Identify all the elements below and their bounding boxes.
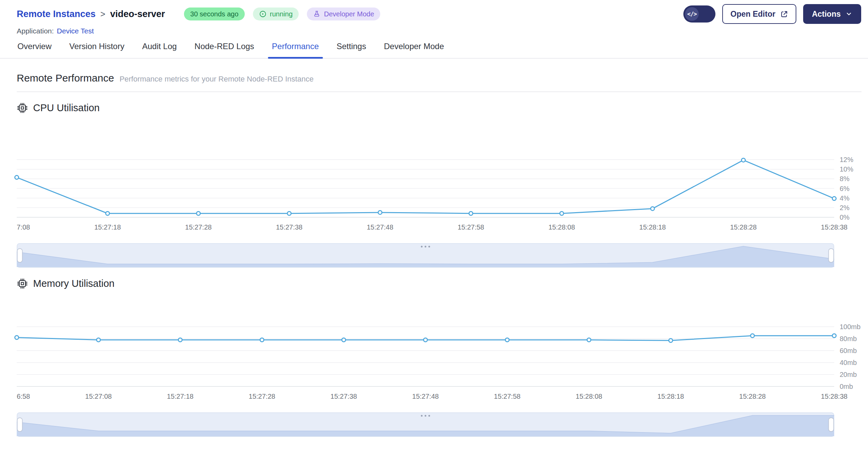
svg-text:4%: 4% xyxy=(840,194,850,202)
play-circle-icon xyxy=(259,10,267,18)
cpu-utilisation-chart[interactable]: 0%2%4%6%8%10%12%7:0815:27:1815:27:2815:2… xyxy=(17,114,862,234)
svg-text:2%: 2% xyxy=(840,204,850,211)
memory-section: Memory Utilisation 0mb20mb40mb60mb80mb10… xyxy=(17,278,862,437)
page-title-row: Remote Performance Performance metrics f… xyxy=(17,72,862,92)
status-badge: running xyxy=(253,8,299,20)
svg-text:15:27:58: 15:27:58 xyxy=(458,223,484,231)
memory-section-title: Memory Utilisation xyxy=(33,278,115,289)
tabs-nav: Overview Version History Audit Log Node-… xyxy=(0,35,868,59)
tab-version-history[interactable]: Version History xyxy=(69,39,125,58)
tab-node-red-logs[interactable]: Node-RED Logs xyxy=(194,39,255,58)
svg-text:6%: 6% xyxy=(840,185,850,192)
flask-icon xyxy=(313,10,321,18)
svg-text:80mb: 80mb xyxy=(840,335,857,342)
svg-text:15:28:08: 15:28:08 xyxy=(576,393,602,400)
memory-chart-zoom-slider[interactable] xyxy=(17,412,834,437)
svg-text:15:28:28: 15:28:28 xyxy=(730,223,757,231)
tab-settings[interactable]: Settings xyxy=(336,39,367,58)
svg-text:15:28:38: 15:28:38 xyxy=(821,223,848,231)
svg-text:15:27:58: 15:27:58 xyxy=(494,393,521,400)
svg-text:0%: 0% xyxy=(840,214,850,221)
svg-text:10%: 10% xyxy=(840,165,853,173)
svg-text:15:27:18: 15:27:18 xyxy=(167,393,194,400)
status-label: running xyxy=(270,10,293,18)
breadcrumb-separator: > xyxy=(100,9,105,19)
actions-label: Actions xyxy=(812,10,841,19)
tab-overview[interactable]: Overview xyxy=(17,39,52,58)
memory-chip-icon xyxy=(17,278,28,289)
svg-text:15:28:28: 15:28:28 xyxy=(739,393,766,400)
svg-text:100mb: 100mb xyxy=(840,323,860,331)
developer-mode-badge: Developer Mode xyxy=(307,8,380,20)
external-link-icon xyxy=(780,10,788,18)
toggle-knob: </> xyxy=(685,7,699,21)
developer-mode-label: Developer Mode xyxy=(324,10,374,18)
header-controls: </> Open Editor Actions xyxy=(683,4,861,24)
tab-audit-log[interactable]: Audit Log xyxy=(141,39,177,58)
page-subtitle: Performance metrics for your Remote Node… xyxy=(119,75,314,84)
last-seen-badge: 30 seconds ago xyxy=(184,8,244,20)
svg-text:60mb: 60mb xyxy=(840,347,857,354)
breadcrumb-link[interactable]: Remote Instances xyxy=(17,9,96,19)
svg-text:20mb: 20mb xyxy=(840,371,857,378)
memory-utilisation-chart[interactable]: 0mb20mb40mb60mb80mb100mb6:5815:27:0815:2… xyxy=(17,289,862,403)
svg-text:6:58: 6:58 xyxy=(17,393,30,400)
svg-text:8%: 8% xyxy=(840,175,850,182)
svg-text:15:28:18: 15:28:18 xyxy=(657,393,684,400)
cpu-section-title: CPU Utilisation xyxy=(33,102,100,114)
cpu-section-header: CPU Utilisation xyxy=(17,102,862,114)
tab-developer-mode[interactable]: Developer Mode xyxy=(383,39,445,58)
developer-mode-toggle[interactable]: </> xyxy=(683,5,715,23)
svg-text:40mb: 40mb xyxy=(840,359,857,366)
performance-page: Remote Performance Performance metrics f… xyxy=(0,72,868,437)
svg-text:15:27:48: 15:27:48 xyxy=(367,223,394,231)
application-row: Application: Device Test xyxy=(17,27,861,35)
actions-button[interactable]: Actions xyxy=(803,4,861,24)
svg-text:7:08: 7:08 xyxy=(17,223,30,231)
instance-name: video-server xyxy=(110,9,165,19)
svg-text:15:27:08: 15:27:08 xyxy=(85,393,112,400)
svg-text:0mb: 0mb xyxy=(840,383,853,390)
svg-text:15:27:18: 15:27:18 xyxy=(94,223,121,231)
page-title: Remote Performance xyxy=(17,72,114,84)
svg-text:15:27:48: 15:27:48 xyxy=(412,393,439,400)
status-badges: 30 seconds ago running Developer Mode xyxy=(184,8,380,20)
code-icon: </> xyxy=(687,11,697,17)
svg-text:12%: 12% xyxy=(840,156,853,163)
memory-section-header: Memory Utilisation xyxy=(17,278,862,289)
application-link[interactable]: Device Test xyxy=(57,27,94,35)
svg-text:15:27:38: 15:27:38 xyxy=(276,223,302,231)
svg-text:15:27:38: 15:27:38 xyxy=(330,393,357,400)
cpu-chip-icon xyxy=(17,102,28,114)
svg-text:15:27:28: 15:27:28 xyxy=(249,393,275,400)
tab-performance[interactable]: Performance xyxy=(271,39,319,58)
svg-text:15:28:18: 15:28:18 xyxy=(639,223,666,231)
chevron-down-icon xyxy=(845,11,852,17)
page-header: Remote Instances > video-server 30 secon… xyxy=(0,0,868,35)
last-seen-label: 30 seconds ago xyxy=(190,10,238,18)
header-row: Remote Instances > video-server 30 secon… xyxy=(17,4,861,24)
cpu-section: CPU Utilisation 0%2%4%6%8%10%12%7:0815:2… xyxy=(17,102,862,268)
application-label: Application: xyxy=(17,27,54,35)
cpu-chart-zoom-slider[interactable] xyxy=(17,243,834,268)
open-editor-label: Open Editor xyxy=(730,10,775,19)
svg-text:15:28:08: 15:28:08 xyxy=(549,223,575,231)
open-editor-button[interactable]: Open Editor xyxy=(722,4,796,24)
svg-text:15:27:28: 15:27:28 xyxy=(185,223,212,231)
svg-text:15:28:38: 15:28:38 xyxy=(821,393,848,400)
